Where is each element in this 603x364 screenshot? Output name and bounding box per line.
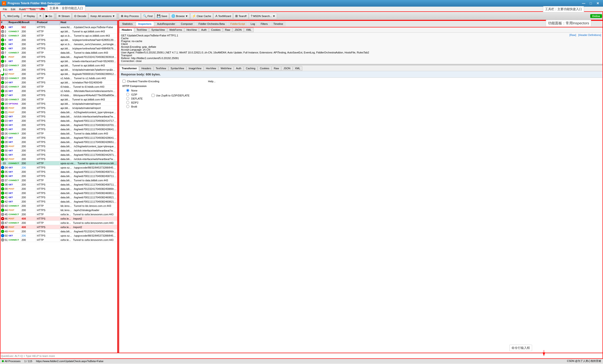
table-row[interactable]: ✓5 GET 200 HTTPS api.vc.b... /session_sv… bbox=[0, 42, 118, 46]
session-list[interactable]: ▲1 GET 502 HTTPS www.fid... /UpdateCheck… bbox=[0, 25, 118, 353]
table-row[interactable]: –45 CONNECT 200 HTTP osfsr.le... Tunnel … bbox=[0, 212, 118, 216]
go-button[interactable]: ▶ Go bbox=[44, 13, 54, 19]
req-tab-hexview[interactable]: HexView bbox=[184, 27, 199, 32]
table-row[interactable]: ✓31 GET 200 HTTPS data.bili... /log/web?… bbox=[0, 153, 118, 157]
radio-deflate-input[interactable] bbox=[126, 97, 129, 100]
menu-view[interactable]: View bbox=[38, 7, 47, 11]
table-row[interactable]: i34 GET 206 HTTPS upos-sz... /upgcxcode/… bbox=[0, 165, 118, 170]
table-row[interactable]: ✓32 POST 200 HTTPS data.bili... /x/click… bbox=[0, 157, 118, 161]
tab-fiddlerscript[interactable]: FiddlerScript bbox=[228, 21, 248, 26]
table-row[interactable]: –10 CONNECT 200 HTTP api.bili... Tunnel … bbox=[0, 63, 118, 68]
help-link[interactable]: Help... bbox=[208, 80, 216, 83]
menu-edit[interactable]: Edit bbox=[9, 7, 17, 11]
req-tab-headers[interactable]: Headers bbox=[120, 27, 134, 32]
resp-tab-hexview[interactable]: HexView bbox=[204, 66, 218, 71]
tab-composer[interactable]: Composer bbox=[178, 21, 196, 26]
table-row[interactable]: ✓22 GET 200 HTTPS data.bili... /x/click-… bbox=[0, 114, 118, 119]
req-tab-xml[interactable]: XML bbox=[244, 27, 254, 32]
all-processes-item[interactable]: All Processes bbox=[2, 360, 21, 363]
table-row[interactable]: ✓27 GET 200 HTTPS data.bili... /log/web?… bbox=[0, 136, 118, 140]
resp-tab-headers[interactable]: Headers bbox=[139, 66, 153, 71]
textwizard-button[interactable]: A TextWizard bbox=[213, 13, 233, 19]
table-row[interactable]: –47 CONNECT 200 HTTP osfsr.le... Tunnel … bbox=[0, 221, 118, 225]
table-row[interactable]: ✓39 POST 200 HTTPS data.bili... /log/web… bbox=[0, 187, 118, 191]
radio-none-input[interactable] bbox=[126, 89, 129, 92]
resp-tab-imageview[interactable]: ImageView bbox=[186, 66, 204, 71]
tab-timeline[interactable]: Timeline bbox=[271, 21, 286, 26]
table-row[interactable]: ✓14 GET 200 HTTPS api.bili... /x/relatio… bbox=[0, 80, 118, 85]
table-row[interactable]: –26 CONNECT 200 HTTP data.bili... Tunnel… bbox=[0, 131, 118, 136]
table-row[interactable]: ✓23 GET 200 HTTPS data.bili... /log/web?… bbox=[0, 119, 118, 123]
resp-tab-transformer[interactable]: Transformer bbox=[120, 66, 139, 71]
msdn-search-button[interactable]: ? MSDN Search... ▼ bbox=[249, 13, 277, 19]
table-row[interactable]: ✓36 GET 200 HTTPS data.bili... /log/web?… bbox=[0, 174, 118, 178]
col-result-header[interactable]: Result bbox=[21, 20, 36, 25]
any-process-button[interactable]: ⊕ Any Process bbox=[119, 13, 141, 19]
table-row[interactable]: ✓16 GET 200 HTTPS s1.hdsb... /bfs/static… bbox=[0, 89, 118, 93]
req-tab-syntaxview[interactable]: SyntaxView bbox=[149, 27, 167, 32]
resp-tab-syntaxview[interactable]: SyntaxView bbox=[169, 66, 186, 71]
browse-button[interactable]: 🌐 Browse ▼ bbox=[170, 13, 190, 19]
req-tab-textview[interactable]: TextView bbox=[134, 27, 149, 32]
resp-tab-cookies[interactable]: Cookies bbox=[258, 66, 271, 71]
table-row[interactable]: –33 CONNECT 200 HTTP upos-sz-mi... Tunne… bbox=[0, 161, 118, 165]
stream-button[interactable]: ≋ Stream bbox=[56, 13, 72, 19]
table-row[interactable]: ✓17 GET 200 HTTPS i0.hdsb... /bfs/space/… bbox=[0, 93, 118, 97]
remove-button[interactable]: ✕ bbox=[37, 13, 43, 19]
table-row[interactable]: ✓20 POST 200 HTTPS api.bili... /x/vip/ad… bbox=[0, 106, 118, 110]
table-row[interactable]: –37 CONNECT 200 HTTP data.bili... Tunnel… bbox=[0, 178, 118, 182]
resp-tab-webview[interactable]: WebView bbox=[218, 66, 233, 71]
minimize-button[interactable]: — bbox=[580, 1, 587, 6]
table-row[interactable]: –2 CONNECT 200 HTTP api.bili... Tunnel t… bbox=[0, 29, 118, 34]
resp-tab-xml[interactable]: XML bbox=[293, 66, 302, 71]
resp-tab-textview[interactable]: TextView bbox=[154, 66, 168, 71]
table-row[interactable]: ✓41 GET 200 HTTPS data.bili... /log/web?… bbox=[0, 195, 118, 200]
table-row[interactable]: ✓42 GET 200 HTTPS data.bili... /log/web?… bbox=[0, 200, 118, 204]
table-row[interactable]: –13 CONNECT 200 HTTP s1.hdsb... Tunnel t… bbox=[0, 76, 118, 80]
keep-button[interactable]: Keep: All sessions ▼ bbox=[89, 13, 117, 19]
table-row[interactable]: ▲1 GET 502 HTTPS www.fid... /UpdateCheck… bbox=[0, 25, 118, 29]
table-row[interactable]: ✓8 POST 200 HTTPS data.bili... /log/web?… bbox=[0, 55, 118, 59]
radio-bzip2-input[interactable] bbox=[126, 101, 129, 104]
table-row[interactable]: ✓9 GET 200 HTTPS api.bili... /x/web-inte… bbox=[0, 59, 118, 63]
header-def-button[interactable]: [Header Definitions] bbox=[578, 34, 601, 36]
table-row[interactable]: ✓4 GET 200 HTTPS api.bili... /x/player/o… bbox=[0, 38, 118, 42]
table-row[interactable]: ✓12 POST 200 HTTPS api.bili... /log/web?… bbox=[0, 72, 118, 76]
col-protocol-header[interactable]: Protocol bbox=[36, 20, 59, 25]
table-row[interactable]: –43 CONNECT 200 HTTP ldc.leno... Tunnel … bbox=[0, 204, 118, 208]
table-row[interactable]: ✓11 GET 200 HTTPS api.bili... /x/vip/ads… bbox=[0, 68, 118, 72]
chunked-checkbox[interactable] bbox=[122, 80, 126, 83]
menu-rules[interactable]: Rules bbox=[17, 7, 28, 11]
table-row[interactable]: ✓6 GET 200 HTTPS api.bili... /x/player/o… bbox=[0, 46, 118, 51]
resp-tab-auth[interactable]: Auth bbox=[234, 66, 244, 71]
tab-autoresponder[interactable]: AutoResponder bbox=[155, 21, 178, 26]
table-row[interactable]: –18 CONNECT 200 HTTP api.bili... Tunnel … bbox=[0, 97, 118, 102]
save-button[interactable]: 💾 Save bbox=[155, 13, 169, 19]
table-row[interactable]: ✓40 GET 200 HTTPS data.bili... /log/web?… bbox=[0, 191, 118, 195]
table-row[interactable]: ✓24 GET 200 HTTPS data.bili... /log/web?… bbox=[0, 123, 118, 127]
col-host-header[interactable]: Host bbox=[59, 20, 118, 25]
resp-tab-raw[interactable]: Raw bbox=[272, 66, 281, 71]
command-input[interactable] bbox=[1, 354, 602, 357]
maximize-button[interactable]: □ bbox=[587, 1, 594, 6]
tab-inspectors[interactable]: Inspectors bbox=[136, 21, 154, 26]
req-tab-auth[interactable]: Auth bbox=[199, 27, 209, 32]
table-row[interactable]: ✓25 GET 200 HTTPS data.bili... /log/web?… bbox=[0, 127, 118, 131]
resp-tab-caching[interactable]: Caching bbox=[244, 66, 257, 71]
table-row[interactable]: –51 CONNECT 200 HTTP osfsr.le... Tunnel … bbox=[0, 238, 118, 242]
table-row[interactable]: –7 CONNECT 200 HTTP data.bili... Tunnel … bbox=[0, 51, 118, 55]
table-row[interactable]: ✓28 GET 200 HTTPS data.bili... /log/web?… bbox=[0, 140, 118, 144]
tab-statistics[interactable]: Statistics bbox=[120, 21, 135, 26]
req-tab-webforms[interactable]: WebForms bbox=[167, 27, 184, 32]
tab-fiddler-orchestra[interactable]: Fiddler Orchestra Beta bbox=[196, 21, 227, 26]
table-row[interactable]: ✓30 GET 200 HTTPS data.bili... /x/click-… bbox=[0, 148, 118, 153]
winconfig-button[interactable]: 🔧 WinConfig bbox=[1, 13, 21, 19]
table-row[interactable]: ✓38 GET 200 HTTPS data.bili... /log/web?… bbox=[0, 182, 118, 187]
table-row[interactable]: i50 GET 206 HTTPS upos-sz... /upgcxcode/… bbox=[0, 234, 118, 238]
decode-button[interactable]: ⊙ Decode bbox=[72, 13, 88, 19]
resp-tab-json[interactable]: JSON bbox=[281, 66, 292, 71]
radio-brotli-input[interactable] bbox=[126, 105, 129, 108]
req-tab-raw[interactable]: Raw bbox=[223, 27, 232, 32]
col-requestm-header[interactable]: RequestM... bbox=[8, 20, 21, 25]
find-button[interactable]: 🔍 Find bbox=[141, 13, 154, 19]
